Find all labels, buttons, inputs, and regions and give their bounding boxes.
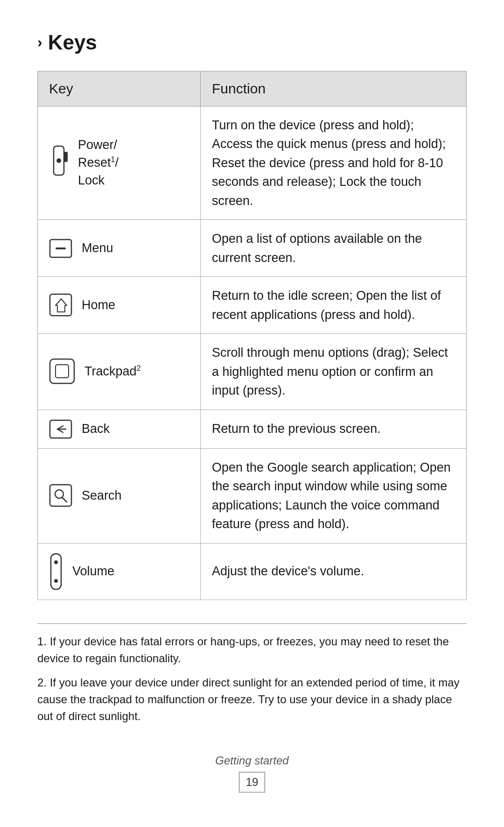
- col-header-function: Function: [201, 71, 467, 106]
- page-heading: › Keys: [37, 28, 467, 57]
- table-row: Search Open the Google search applicatio…: [38, 448, 467, 543]
- svg-rect-7: [50, 359, 74, 383]
- function-cell: Return to the idle screen; Open the list…: [201, 277, 467, 334]
- keys-table: Key Function Power/Reset1/Lock Turn on t…: [37, 71, 467, 600]
- table-row: Menu Open a list of options available on…: [38, 220, 467, 277]
- table-row: Power/Reset1/Lock Turn on the device (pr…: [38, 106, 467, 220]
- volume-icon: [49, 553, 64, 590]
- svg-rect-11: [50, 485, 71, 506]
- key-cell: Back: [38, 410, 201, 448]
- key-cell: Search: [38, 448, 201, 543]
- back-icon: [49, 419, 73, 439]
- footnotes-section: 1. If your device has fatal errors or ha…: [37, 623, 467, 725]
- search-icon: [49, 484, 73, 508]
- table-header-row: Key Function: [38, 71, 467, 106]
- key-cell: Power/Reset1/Lock: [38, 106, 201, 220]
- table-row: Back Return to the previous screen.: [38, 410, 467, 448]
- key-label: Search: [82, 487, 122, 505]
- svg-rect-14: [51, 554, 61, 589]
- page-number: 19: [239, 772, 266, 792]
- key-label: Back: [82, 420, 110, 438]
- key-label: Power/Reset1/Lock: [78, 136, 119, 189]
- key-label: Menu: [82, 240, 113, 257]
- svg-rect-8: [56, 365, 69, 378]
- key-cell: Volume: [38, 543, 201, 600]
- function-cell: Scroll through menu options (drag); Sele…: [201, 334, 467, 410]
- table-row: Trackpad2 Scroll through menu options (d…: [38, 334, 467, 410]
- function-cell: Open a list of options available on the …: [201, 220, 467, 277]
- svg-point-15: [54, 560, 58, 564]
- col-header-key: Key: [38, 71, 201, 106]
- function-cell: Open the Google search application; Open…: [201, 448, 467, 543]
- key-label: Volume: [72, 563, 114, 580]
- function-cell: Return to the previous screen.: [201, 410, 467, 448]
- page-footer: Getting started 19: [37, 753, 467, 792]
- trackpad-icon: [49, 358, 76, 385]
- svg-rect-4: [56, 247, 66, 249]
- home-icon: [49, 293, 73, 318]
- footnote-2: 2. If you leave your device under direct…: [37, 674, 467, 725]
- key-label: Home: [82, 297, 115, 314]
- footer-caption: Getting started: [37, 753, 467, 769]
- table-row: Volume Adjust the device's volume.: [38, 543, 467, 600]
- key-cell: Menu: [38, 220, 201, 277]
- key-cell: Home: [38, 277, 201, 334]
- function-cell: Adjust the device's volume.: [201, 543, 467, 600]
- footnote-1: 1. If your device has fatal errors or ha…: [37, 633, 467, 667]
- svg-point-1: [56, 158, 61, 163]
- key-cell: Trackpad2: [38, 334, 201, 410]
- power-icon: [49, 144, 70, 182]
- svg-rect-5: [50, 294, 71, 316]
- table-row: Home Return to the idle screen; Open the…: [38, 277, 467, 334]
- menu-icon: [49, 239, 73, 258]
- key-label: Trackpad2: [84, 363, 140, 381]
- svg-point-16: [54, 579, 58, 583]
- function-cell: Turn on the device (press and hold); Acc…: [201, 106, 467, 220]
- svg-marker-6: [56, 299, 67, 312]
- page-title: Keys: [48, 28, 97, 57]
- chevron-icon: ›: [37, 32, 42, 53]
- svg-line-13: [62, 497, 67, 502]
- svg-rect-2: [64, 152, 68, 162]
